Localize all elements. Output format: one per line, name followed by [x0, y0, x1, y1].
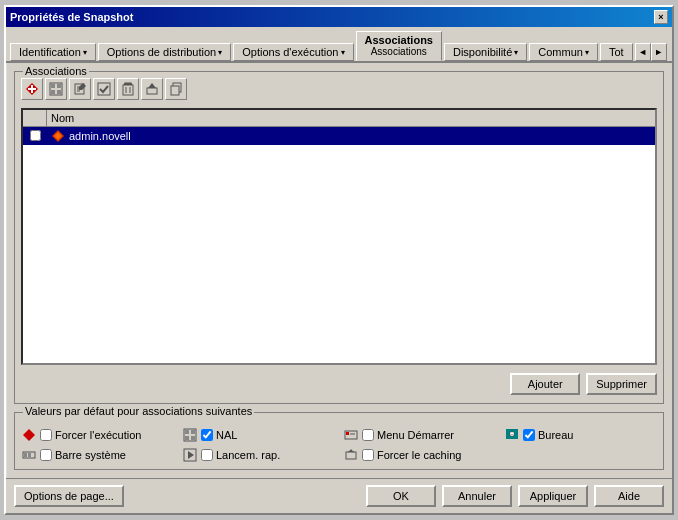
associations-group: Associations	[14, 71, 664, 404]
tab-associations-sublabel: Associations	[371, 46, 427, 57]
table-header-nom: Nom	[47, 110, 655, 126]
svg-rect-19	[147, 88, 157, 94]
chevron-down-icon: ▾	[341, 48, 345, 57]
tab-commun[interactable]: Commun ▾	[529, 43, 598, 61]
defaults-group-label: Valeurs par défaut pour associations sui…	[23, 405, 254, 417]
svg-rect-39	[28, 453, 31, 457]
tab-identification[interactable]: Identification ▾	[10, 43, 96, 61]
menu-demarrer-label: Menu Démarrer	[377, 429, 454, 441]
footer-bar: Options de page... OK Annuler Appliquer …	[6, 478, 672, 513]
ok-button[interactable]: OK	[366, 485, 436, 507]
tab-options-execution[interactable]: Options d'exécution ▾	[233, 43, 353, 61]
tab-commun-label: Commun	[538, 46, 583, 58]
svg-rect-16	[125, 83, 131, 84]
defaults-grid: Forcer l'exécution NAL	[21, 427, 657, 463]
tab-prev-button[interactable]: ◄	[635, 43, 651, 61]
chevron-down-icon: ▾	[585, 48, 589, 57]
toolbar-row	[21, 78, 657, 100]
lancem-rap-label: Lancem. rap.	[216, 449, 280, 461]
tab-disponibilite[interactable]: Disponibilité ▾	[444, 43, 527, 61]
default-item-bureau: Bureau	[504, 427, 657, 443]
barre-systeme-label: Barre système	[55, 449, 126, 461]
default-item-forcer-execution: Forcer l'exécution	[21, 427, 174, 443]
annuler-button[interactable]: Annuler	[442, 485, 512, 507]
svg-marker-25	[23, 429, 35, 441]
table-header-checkbox-col	[23, 110, 47, 126]
chevron-down-icon: ▾	[218, 48, 222, 57]
toolbar-btn-add[interactable]	[21, 78, 43, 100]
barre-systeme-icon	[21, 447, 37, 463]
nal-checkbox[interactable]	[201, 429, 213, 441]
aide-button[interactable]: Aide	[594, 485, 664, 507]
svg-rect-15	[123, 85, 133, 95]
diamond-icon	[21, 427, 37, 443]
svg-rect-30	[191, 436, 195, 440]
chevron-down-icon: ▾	[83, 48, 87, 57]
svg-rect-35	[506, 439, 518, 441]
bureau-icon	[504, 427, 520, 443]
toolbar-btn-check[interactable]	[93, 78, 115, 100]
associations-buttons: Ajouter Supprimer	[21, 369, 657, 399]
footer-buttons: OK Annuler Appliquer Aide	[366, 485, 664, 507]
options-page-button[interactable]: Options de page...	[14, 485, 124, 507]
ajouter-button[interactable]: Ajouter	[510, 373, 580, 395]
row-cell-name: admin.novell	[47, 127, 655, 145]
tab-identification-label: Identification	[19, 46, 81, 58]
forcer-caching-checkbox[interactable]	[362, 449, 374, 461]
toolbar-btn-edit[interactable]	[69, 78, 91, 100]
menu-demarrer-icon	[343, 427, 359, 443]
svg-marker-20	[148, 83, 156, 88]
row-name-text: admin.novell	[69, 130, 131, 142]
bureau-label: Bureau	[538, 429, 573, 441]
row-checkbox[interactable]	[23, 128, 47, 145]
list-icon	[49, 82, 63, 96]
move-up-icon	[145, 82, 159, 96]
tab-disponibilite-label: Disponibilité	[453, 46, 512, 58]
forcer-execution-checkbox[interactable]	[40, 429, 52, 441]
tab-options-distribution[interactable]: Options de distribution ▾	[98, 43, 231, 61]
supprimer-button[interactable]: Supprimer	[586, 373, 657, 395]
svg-rect-42	[346, 452, 356, 459]
default-item-lancem-rap: Lancem. rap.	[182, 447, 335, 463]
tab-associations-label: Associations	[365, 34, 433, 46]
tab-next-button[interactable]: ►	[651, 43, 667, 61]
associations-group-label: Associations	[23, 65, 89, 77]
bureau-checkbox[interactable]	[523, 429, 535, 441]
appliquer-button[interactable]: Appliquer	[518, 485, 588, 507]
toolbar-btn-list[interactable]	[45, 78, 67, 100]
forcer-caching-icon	[343, 447, 359, 463]
table-row[interactable]: admin.novell	[23, 127, 655, 145]
svg-rect-22	[171, 86, 179, 95]
lancem-rap-icon	[182, 447, 198, 463]
title-bar: Propriétés de Snapshot ×	[6, 7, 672, 27]
close-button[interactable]: ×	[654, 10, 668, 24]
tab-options-execution-label: Options d'exécution	[242, 46, 338, 58]
default-item-nal: NAL	[182, 427, 335, 443]
toolbar-btn-copy[interactable]	[165, 78, 187, 100]
svg-rect-38	[24, 453, 27, 457]
svg-rect-5	[51, 90, 55, 94]
svg-rect-13	[98, 83, 110, 95]
defaults-group: Valeurs par défaut pour associations sui…	[14, 412, 664, 470]
associations-table: Nom admin.novell	[21, 108, 657, 365]
default-item-forcer-caching: Forcer le caching	[343, 447, 496, 463]
tab-tot[interactable]: Tot	[600, 43, 633, 61]
window-title: Propriétés de Snapshot	[10, 11, 133, 23]
toolbar-btn-move-up[interactable]	[141, 78, 163, 100]
svg-rect-27	[185, 430, 189, 434]
main-window: Propriétés de Snapshot × Identification …	[4, 5, 674, 515]
default-item-barre-systeme: Barre système	[21, 447, 174, 463]
menu-demarrer-checkbox[interactable]	[362, 429, 374, 441]
lancem-rap-checkbox[interactable]	[201, 449, 213, 461]
content-area: Associations	[6, 63, 672, 478]
toolbar-btn-delete[interactable]	[117, 78, 139, 100]
tab-options-distribution-label: Options de distribution	[107, 46, 216, 58]
barre-systeme-checkbox[interactable]	[40, 449, 52, 461]
add-icon	[25, 82, 39, 96]
title-bar-buttons: ×	[654, 10, 668, 24]
nal-label: NAL	[216, 429, 237, 441]
svg-rect-29	[191, 430, 195, 434]
svg-rect-28	[185, 436, 189, 440]
forcer-execution-label: Forcer l'exécution	[55, 429, 141, 441]
tab-associations[interactable]: Associations Associations	[356, 31, 442, 61]
